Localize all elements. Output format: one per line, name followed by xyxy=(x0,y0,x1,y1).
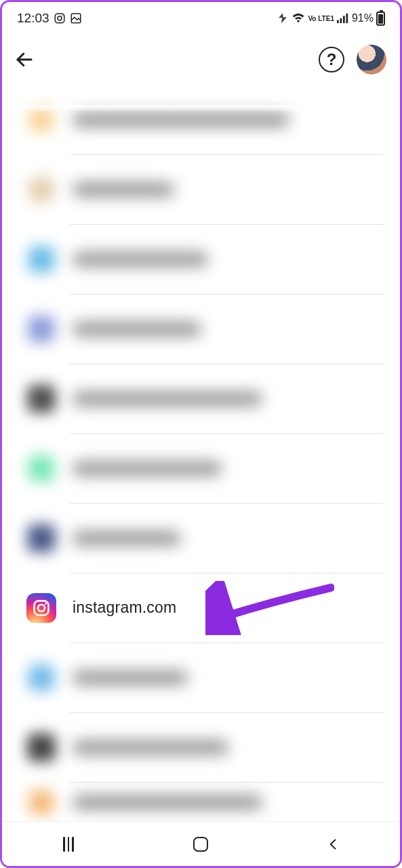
svg-point-1 xyxy=(58,16,62,20)
status-bar: 12:03 Vo LTE1 91% xyxy=(2,2,400,32)
help-button[interactable]: ? xyxy=(319,47,344,72)
site-label: instagram.com xyxy=(73,599,176,617)
site-icon xyxy=(26,314,56,344)
list-item[interactable] xyxy=(2,782,400,823)
instagram-status-icon xyxy=(54,12,66,24)
site-label xyxy=(73,391,262,406)
site-icon xyxy=(26,175,56,204)
site-label xyxy=(73,182,174,197)
battery-icon xyxy=(376,12,385,26)
list-item[interactable] xyxy=(2,433,400,503)
site-icon xyxy=(26,384,56,414)
list-item[interactable] xyxy=(2,85,400,154)
android-navbar xyxy=(2,821,400,866)
site-label xyxy=(73,740,228,755)
list-item-instagram[interactable]: instagram.com xyxy=(2,573,400,643)
svg-rect-10 xyxy=(35,601,49,615)
svg-rect-6 xyxy=(340,18,342,23)
nav-back-button[interactable] xyxy=(323,834,344,854)
list-item[interactable] xyxy=(2,154,400,224)
svg-rect-0 xyxy=(55,14,64,23)
list-item[interactable] xyxy=(2,364,400,433)
wifi-icon xyxy=(292,13,305,24)
site-label xyxy=(73,252,208,267)
list-item[interactable] xyxy=(2,712,400,782)
signal-icon xyxy=(337,13,349,24)
svg-point-11 xyxy=(38,604,45,611)
help-glyph: ? xyxy=(327,50,337,69)
site-icon xyxy=(26,454,56,483)
gallery-status-icon xyxy=(70,12,82,24)
svg-rect-7 xyxy=(343,16,345,23)
site-icon xyxy=(26,733,56,762)
site-icon xyxy=(26,244,56,274)
passwords-list: instagram.com xyxy=(2,85,400,823)
profile-avatar[interactable] xyxy=(357,45,386,74)
site-label xyxy=(73,670,188,685)
site-label xyxy=(73,322,201,337)
sync-status-icon xyxy=(277,12,289,24)
list-item[interactable] xyxy=(2,294,400,364)
network-lte-label: Vo LTE1 xyxy=(308,16,334,22)
site-icon xyxy=(26,105,56,135)
nav-home-button[interactable] xyxy=(190,834,211,854)
site-label xyxy=(73,531,181,546)
svg-point-2 xyxy=(62,15,63,16)
list-item[interactable] xyxy=(2,643,400,712)
list-item[interactable] xyxy=(2,224,400,294)
status-time: 12:03 xyxy=(17,11,49,26)
site-icon xyxy=(26,787,56,817)
back-button[interactable] xyxy=(13,48,36,71)
site-label xyxy=(73,112,289,127)
instagram-icon xyxy=(26,593,56,623)
site-icon xyxy=(26,663,56,693)
list-item[interactable] xyxy=(2,503,400,573)
nav-recent-button[interactable] xyxy=(58,834,79,854)
battery-percent: 91% xyxy=(352,12,374,24)
site-icon xyxy=(26,523,56,553)
svg-rect-8 xyxy=(346,14,348,23)
app-header: ? xyxy=(2,32,400,85)
svg-point-12 xyxy=(45,603,47,605)
site-label xyxy=(73,795,262,810)
svg-rect-5 xyxy=(337,20,339,24)
site-label xyxy=(73,461,222,476)
svg-point-4 xyxy=(298,20,300,22)
